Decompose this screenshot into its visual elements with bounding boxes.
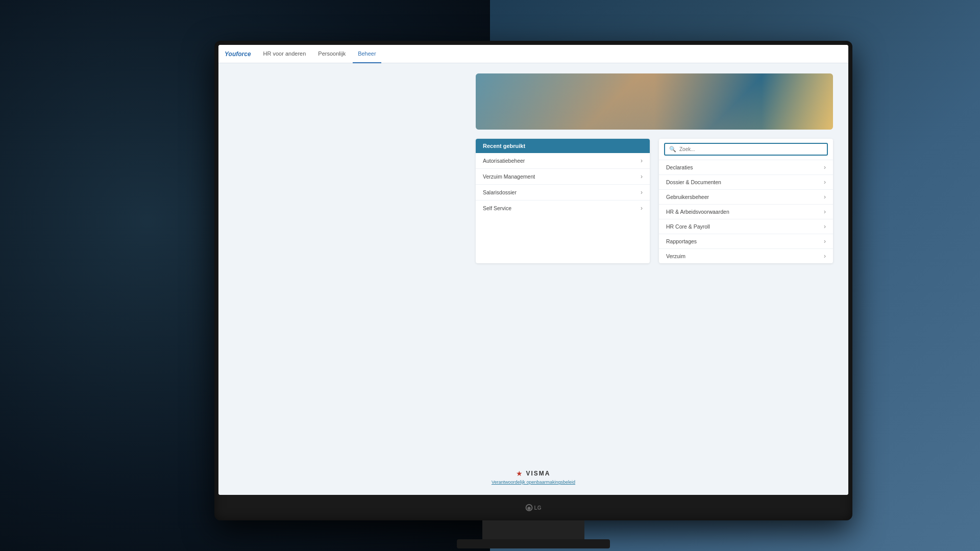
chevron-right-icon: › xyxy=(641,173,643,180)
footer: ★ VISMA Verantwoordelijk openbaarmakings… xyxy=(492,469,575,485)
category-item-declaraties[interactable]: Declaraties › xyxy=(659,160,833,175)
visma-icon: ★ xyxy=(516,469,523,478)
chevron-right-icon: › xyxy=(824,223,826,230)
recent-item-autorisatiebeheer[interactable]: Autorisatiebeheer › xyxy=(476,153,650,169)
monitor-base xyxy=(457,539,610,548)
content-grid: Recent gebruikt Autorisatiebeheer › Verz… xyxy=(476,73,833,263)
app-container: Youforce HR voor anderen Persoonlijk Beh… xyxy=(218,45,848,495)
monitor-bezel: Youforce HR voor anderen Persoonlijk Beh… xyxy=(214,41,852,520)
two-column-section: Recent gebruikt Autorisatiebeheer › Verz… xyxy=(476,139,833,263)
main-content: Recent gebruikt Autorisatiebeheer › Verz… xyxy=(218,63,848,495)
search-input-wrapper: 🔍 xyxy=(664,143,828,156)
nav-item-persoonlijk[interactable]: Persoonlijk xyxy=(313,45,351,63)
hero-overlay xyxy=(476,73,833,130)
monitor-brand-logo: ⬤ LG xyxy=(526,504,542,511)
category-item-hr-core-payroll[interactable]: HR Core & Payroll › xyxy=(659,219,833,234)
visma-brand: VISMA xyxy=(526,470,550,477)
recent-item-self-service[interactable]: Self Service › xyxy=(476,201,650,216)
search-box: 🔍 xyxy=(659,139,833,160)
category-item-hr-arbeidsvoorwaarden[interactable]: HR & Arbeidsvoorwaarden › xyxy=(659,205,833,219)
chevron-right-icon: › xyxy=(824,193,826,201)
chevron-right-icon: › xyxy=(824,238,826,245)
app-logo: Youforce xyxy=(225,51,251,58)
monitor-screen: Youforce HR voor anderen Persoonlijk Beh… xyxy=(218,45,848,495)
nav-item-beheer[interactable]: Beheer xyxy=(353,45,381,63)
nav-item-hr-voor-anderen[interactable]: HR voor anderen xyxy=(258,45,311,63)
recent-header: Recent gebruikt xyxy=(476,139,650,153)
lg-circle-icon: ⬤ xyxy=(526,504,533,511)
search-input[interactable] xyxy=(679,146,823,152)
chevron-right-icon: › xyxy=(824,179,826,186)
recent-panel: Recent gebruikt Autorisatiebeheer › Verz… xyxy=(476,139,650,263)
search-icon: 🔍 xyxy=(669,146,676,153)
recent-item-salarisdossier[interactable]: Salarisdossier › xyxy=(476,185,650,201)
recent-item-verzuim-management[interactable]: Verzuim Management › xyxy=(476,169,650,185)
chevron-right-icon: › xyxy=(824,164,826,171)
search-categories-panel: 🔍 Declaraties › Dossier & Documenten › xyxy=(659,139,833,263)
chevron-right-icon: › xyxy=(641,189,643,196)
category-item-dossier-documenten[interactable]: Dossier & Documenten › xyxy=(659,175,833,190)
category-item-verzuim[interactable]: Verzuim › xyxy=(659,249,833,263)
monitor-stand xyxy=(482,520,584,541)
category-item-gebruikersbeheer[interactable]: Gebruikersbeheer › xyxy=(659,190,833,205)
category-item-rapportages[interactable]: Rapportages › xyxy=(659,234,833,249)
chevron-right-icon: › xyxy=(824,253,826,260)
top-navigation: Youforce HR voor anderen Persoonlijk Beh… xyxy=(218,45,848,63)
chevron-right-icon: › xyxy=(641,205,643,212)
hero-banner xyxy=(476,73,833,130)
chevron-right-icon: › xyxy=(641,157,643,164)
visma-logo: ★ VISMA xyxy=(492,469,575,478)
lg-text: LG xyxy=(534,505,542,511)
footer-link[interactable]: Verantwoordelijk openbaarmakingsbeleid xyxy=(492,480,575,485)
chevron-right-icon: › xyxy=(824,208,826,215)
